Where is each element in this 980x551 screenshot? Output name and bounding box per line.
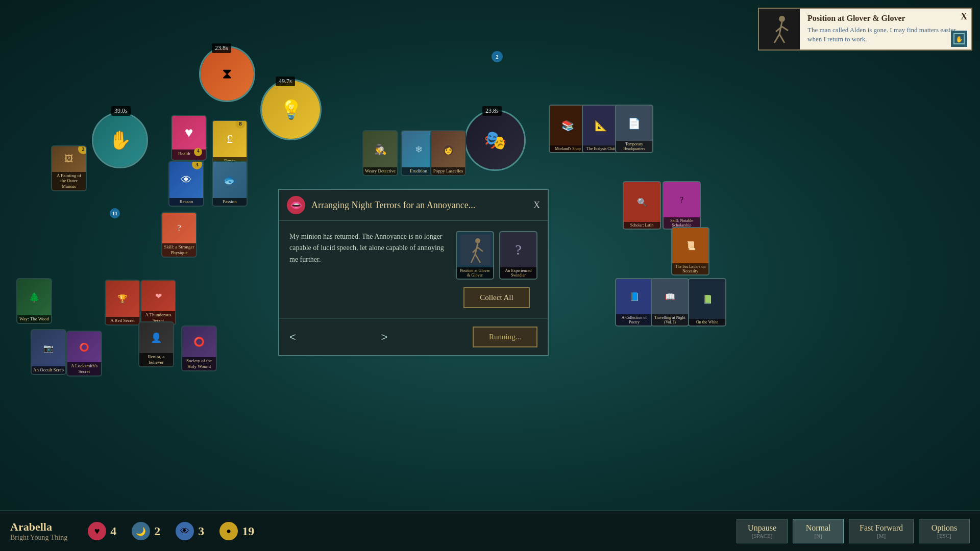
card-reason[interactable]: 👁 Reason 3 [168, 161, 204, 207]
unpause-button[interactable]: Unpause [SPACE] [737, 519, 788, 543]
verb-work[interactable]: ✋ [92, 112, 148, 168]
location-badge-2: 2 [492, 51, 503, 62]
dialog-running-status: Running... [473, 327, 537, 347]
verb-hourglass[interactable]: ⧗ [199, 46, 255, 102]
verb-work-inner: ✋ [93, 114, 146, 167]
normal-label: Normal [806, 523, 831, 533]
card-society[interactable]: ⭕ Society of the Holy Wound [181, 325, 217, 371]
verb-dream[interactable]: 🎭 [464, 110, 526, 171]
work-badge: 11 [110, 208, 120, 218]
dialog-title: Arranging Night Terrors for an Annoyance… [311, 200, 533, 211]
options-key: [ESC] [937, 533, 951, 539]
card-painting-label: A Painting of the Outer Mansus [52, 172, 86, 190]
dialog-card-swindler[interactable]: ? An Experienced Swindler [499, 231, 537, 280]
card-poppy-label: Poppy Lascelles [431, 167, 465, 175]
dialog-card-position[interactable]: Position at Glover & Glover [456, 231, 494, 280]
timer-dream: 23.8s [482, 106, 502, 116]
notification-close-button[interactable]: X [961, 11, 967, 22]
collect-all-button[interactable]: Collect All [463, 287, 529, 308]
stat-funds-icon: ● [219, 522, 238, 540]
card-scholar-latin-label: Scholar: Latin [624, 222, 660, 229]
stat-reason-value: 3 [198, 524, 204, 538]
unpause-key: [SPACE] [752, 533, 773, 539]
dialog-card-position-label: Position at Glover & Glover [457, 267, 493, 279]
dialog-card-row: Position at Glover & Glover ? An Experie… [456, 231, 537, 280]
dialog-next-button[interactable]: > [381, 331, 388, 344]
stat-funds-group: ● 19 [219, 522, 254, 540]
bottom-bar: Arabella Bright Young Thing ♥ 4 🌙 2 👁 3 … [0, 510, 980, 551]
stat-reason-icon: 👁 [176, 522, 194, 540]
verb-hourglass-inner: ⧗ [201, 47, 254, 101]
card-occult-scrap-label: An Occult Scrap [32, 366, 65, 374]
card-red-secret[interactable]: 🏆 A Red Secret [105, 280, 140, 325]
card-on-white[interactable]: 📗 On the White [688, 278, 726, 327]
dialog-prev-button[interactable]: < [289, 331, 296, 344]
card-morlands-label: Morland's Shop [550, 145, 586, 152]
card-occult-scrap[interactable]: 📷 An Occult Scrap [31, 329, 66, 375]
card-thunderous[interactable]: ❤ A Thunderous Secret [140, 280, 176, 325]
card-weary-detective[interactable]: 🕵 Weary Detective [362, 130, 398, 176]
card-society-label: Society of the Holy Wound [182, 357, 216, 370]
card-health[interactable]: ♥ Health 4 [171, 115, 207, 161]
player-info: Arabella Bright Young Thing [10, 520, 67, 542]
dialog-close-button[interactable]: X [533, 200, 540, 211]
dialog-footer: < > Running... [279, 318, 548, 355]
card-funds[interactable]: ₤ Funds 8 [212, 120, 248, 166]
card-locksmith[interactable]: ⭕ A Locksmith's Secret [66, 331, 102, 377]
normal-key: [N] [814, 533, 822, 539]
stat-sleep-group: 🌙 2 [132, 522, 160, 540]
card-scholar-latin[interactable]: 🔍 Scholar: Latin [623, 181, 661, 230]
fast-forward-button[interactable]: Fast Forward [M] [849, 519, 914, 543]
dialog-body: My minion has returned. The Annoyance is… [279, 221, 548, 318]
normal-button[interactable]: Normal [N] [793, 519, 844, 543]
card-health-label: Health 4 [172, 149, 206, 160]
player-title: Bright Young Thing [10, 534, 67, 542]
timer-hourglass: 23.8s [212, 43, 231, 53]
card-six-letters[interactable]: 📜 The Six Letters on Necessity [671, 227, 709, 276]
svg-point-1 [779, 16, 785, 22]
card-temp-hq[interactable]: 📄 Temporary Headquarters [615, 105, 653, 153]
options-button[interactable]: Options [ESC] [919, 519, 970, 543]
card-collection-poetry-label: A Collection of Poetry [616, 314, 652, 325]
card-ecdysis[interactable]: 📐 The Ecdysis Club [582, 105, 620, 153]
bottom-buttons: Unpause [SPACE] Normal [N] Fast Forward … [737, 519, 970, 543]
svg-text:✋: ✋ [955, 35, 963, 43]
dialog-cards-area: Position at Glover & Glover ? An Experie… [456, 231, 537, 308]
timer-study: 49.7s [276, 77, 295, 86]
card-skill-physique[interactable]: ? Skill: a Stronger Physique [161, 212, 197, 258]
card-on-white-label: On the White [689, 319, 725, 325]
card-renira-label: Renira, a believer [139, 353, 173, 366]
stat-sleep-value: 2 [154, 524, 160, 538]
card-morlands[interactable]: 📚 Morland's Shop [549, 105, 587, 153]
card-weary-detective-label: Weary Detective [363, 167, 397, 175]
stat-sleep-icon: 🌙 [132, 522, 150, 540]
card-skill-physique-label: Skill: a Stronger Physique [162, 243, 196, 257]
card-passion[interactable]: 🐟 Passion [212, 161, 248, 207]
dialog-card-swindler-art: ? [500, 232, 536, 267]
notification-icon [759, 9, 800, 49]
card-collection-poetry[interactable]: 📘 A Collection of Poetry [615, 278, 653, 327]
card-travelling-label: Travelling at Night (Vol. I) [652, 314, 688, 325]
card-poppy[interactable]: 👩 Poppy Lascelles [430, 130, 466, 176]
options-label: Options [932, 523, 958, 533]
card-reason-label: Reason [169, 198, 203, 206]
stat-funds-value: 19 [242, 524, 254, 538]
card-way-wood[interactable]: 🌲 Way: The Wood [16, 278, 52, 324]
stat-health-group: ♥ 4 [88, 522, 116, 540]
card-six-letters-label: The Six Letters on Necessity [672, 263, 708, 274]
main-dialog: 👄 Arranging Night Terrors for an Annoyan… [278, 189, 549, 356]
verb-study-inner: 💡 [262, 81, 320, 139]
dialog-body-text: My minion has returned. The Annoyance is… [289, 231, 446, 308]
card-locksmith-label: A Locksmith's Secret [67, 362, 101, 375]
card-ecdysis-label: The Ecdysis Club [583, 145, 619, 152]
card-painting[interactable]: 🖼 A Painting of the Outer Mansus 2 [51, 145, 87, 191]
dialog-card-position-art [457, 232, 493, 267]
notification-text: The man called Alden is gone. I may find… [807, 26, 964, 44]
dialog-header-icon: 👄 [287, 196, 305, 214]
card-skill-scholarship[interactable]: ? Skill: Notable Scholarship [663, 181, 701, 230]
card-renira[interactable]: 👤 Renira, a believer [138, 321, 174, 367]
verb-study[interactable]: 💡 [260, 79, 322, 140]
player-name: Arabella [10, 520, 67, 534]
unpause-label: Unpause [748, 523, 776, 533]
card-travelling[interactable]: 📖 Travelling at Night (Vol. I) [651, 278, 689, 327]
